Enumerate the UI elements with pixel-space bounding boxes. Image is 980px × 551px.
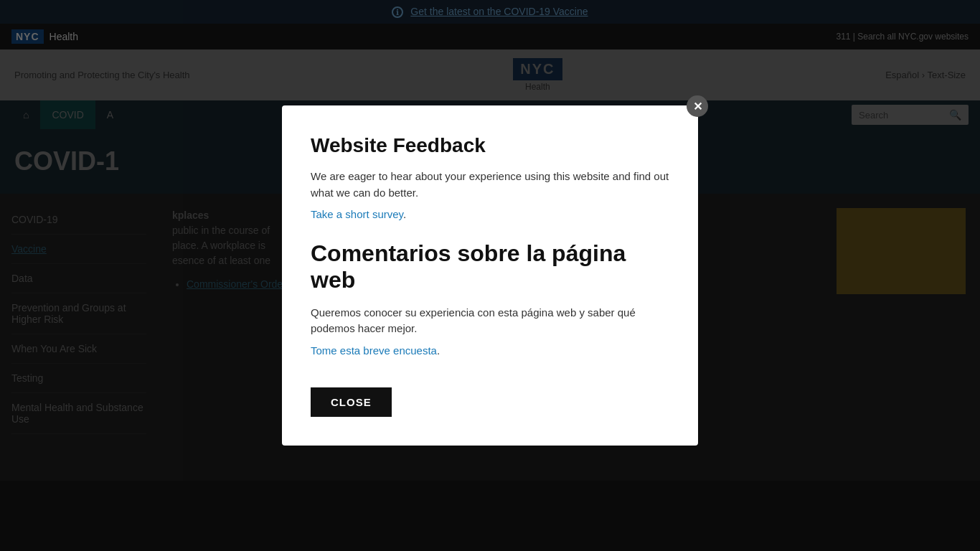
modal-title: Website Feedback [311,134,669,157]
modal-spanish-title: Comentarios sobre la página web [311,240,669,293]
feedback-modal: ✕ Website Feedback We are eager to hear … [282,105,698,446]
survey-link[interactable]: Take a short survey [311,208,403,220]
modal-close-x-button[interactable]: ✕ [687,95,708,117]
modal-survey-text: Take a short survey. [311,207,669,223]
modal-spanish-body: Queremos conocer su experiencia con esta… [311,305,669,337]
modal-body: We are eager to hear about your experien… [311,169,669,201]
spanish-survey-link[interactable]: Tome esta breve encuesta [311,344,437,357]
modal-spanish-section: Comentarios sobre la página web Queremos… [311,240,669,359]
modal-spanish-survey-text: Tome esta breve encuesta. [311,343,669,359]
modal-overlay: ✕ Website Feedback We are eager to hear … [0,0,980,481]
close-button[interactable]: CLOSE [311,387,392,417]
